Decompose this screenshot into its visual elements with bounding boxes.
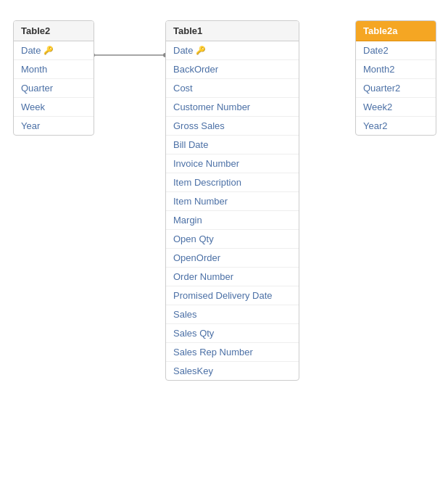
table2a-row-month2[interactable]: Month2	[356, 60, 436, 79]
week-label: Week	[21, 102, 45, 112]
table1-row-item-number[interactable]: Item Number	[166, 192, 299, 211]
table2-row-date[interactable]: Date 🔑	[14, 41, 94, 60]
table1-row-saleskey[interactable]: SalesKey	[166, 362, 299, 380]
table2a-row-quarter2[interactable]: Quarter2	[356, 79, 436, 98]
table1: Table1 Date 🔑 BackOrder Cost Customer Nu…	[165, 20, 299, 381]
t1-order-number-label: Order Number	[173, 271, 233, 282]
table1-row-item-description[interactable]: Item Description	[166, 173, 299, 192]
t1-item-number-label: Item Number	[173, 196, 228, 207]
table1-row-open-qty[interactable]: Open Qty	[166, 230, 299, 249]
t1-open-qty-label: Open Qty	[173, 234, 214, 244]
t1-invoice-number-label: Invoice Number	[173, 158, 239, 169]
table1-row-open-order[interactable]: OpenOrder	[166, 249, 299, 268]
key-icon: 🔑	[43, 46, 54, 55]
table2a-row-year2[interactable]: Year2	[356, 117, 436, 135]
t2a-quarter2-label: Quarter2	[363, 83, 400, 94]
year-label: Year	[21, 120, 40, 131]
table1-row-customer-number[interactable]: Customer Number	[166, 98, 299, 117]
table2: Table2 Date 🔑 Month Quarter Week Year	[13, 20, 94, 136]
table1-row-margin[interactable]: Margin	[166, 211, 299, 230]
t1-bill-date-label: Bill Date	[173, 139, 208, 150]
month-label: Month	[21, 64, 47, 75]
t1-saleskey-label: SalesKey	[173, 365, 213, 376]
table2a-header: Table2a	[356, 21, 436, 41]
t1-sales-qty-label: Sales Qty	[173, 328, 214, 339]
t1-item-description-label: Item Description	[173, 177, 241, 188]
t1-promised-delivery-date-label: Promised Delivery Date	[173, 290, 273, 301]
table1-row-invoice-number[interactable]: Invoice Number	[166, 154, 299, 173]
table2a-row-date2[interactable]: Date2	[356, 41, 436, 60]
table1-row-sales-rep-number[interactable]: Sales Rep Number	[166, 343, 299, 362]
table2-row-year[interactable]: Year	[14, 117, 94, 135]
table2-header: Table2	[14, 21, 94, 41]
table1-row-promised-delivery-date[interactable]: Promised Delivery Date	[166, 286, 299, 305]
t1-backorder-label: BackOrder	[173, 64, 218, 75]
t2a-week2-label: Week2	[363, 102, 392, 112]
t1-sales-label: Sales	[173, 309, 197, 320]
table2-row-week[interactable]: Week	[14, 98, 94, 117]
table2a: Table2a Date2 Month2 Quarter2 Week2 Year…	[355, 20, 436, 136]
table1-row-sales[interactable]: Sales	[166, 305, 299, 324]
table2-row-quarter[interactable]: Quarter	[14, 79, 94, 98]
table1-row-order-number[interactable]: Order Number	[166, 268, 299, 286]
t1-customer-number-label: Customer Number	[173, 102, 250, 112]
canvas: Table2 Date 🔑 Month Quarter Week Year Ta…	[0, 0, 448, 504]
t2a-year2-label: Year2	[363, 120, 388, 131]
t2a-date2-label: Date2	[363, 45, 389, 56]
table1-row-backorder[interactable]: BackOrder	[166, 60, 299, 79]
table2-row-month[interactable]: Month	[14, 60, 94, 79]
t2a-month2-label: Month2	[363, 64, 394, 75]
t1-margin-label: Margin	[173, 215, 202, 226]
table1-row-gross-sales[interactable]: Gross Sales	[166, 117, 299, 136]
quarter-label: Quarter	[21, 83, 53, 94]
table1-row-date[interactable]: Date 🔑	[166, 41, 299, 60]
t1-gross-sales-label: Gross Sales	[173, 120, 225, 131]
table1-header: Table1	[166, 21, 299, 41]
t1-sales-rep-number-label: Sales Rep Number	[173, 347, 253, 358]
t1-date-label: Date	[173, 45, 193, 56]
date-label: Date	[21, 45, 41, 56]
t1-key-icon: 🔑	[196, 46, 206, 55]
table2a-row-week2[interactable]: Week2	[356, 98, 436, 117]
t1-open-order-label: OpenOrder	[173, 252, 220, 263]
t1-cost-label: Cost	[173, 83, 193, 94]
table1-row-sales-qty[interactable]: Sales Qty	[166, 324, 299, 343]
table1-row-cost[interactable]: Cost	[166, 79, 299, 98]
table1-row-bill-date[interactable]: Bill Date	[166, 136, 299, 154]
